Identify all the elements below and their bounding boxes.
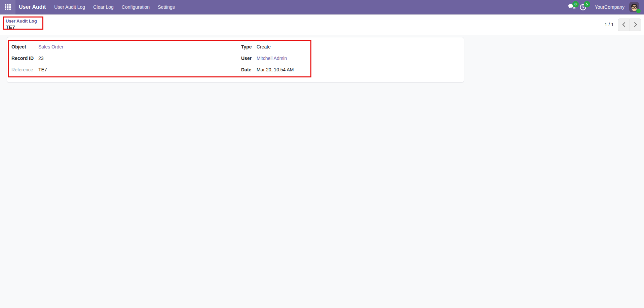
field-user: User Mitchell Admin xyxy=(241,53,464,64)
breadcrumb-parent-link[interactable]: User Audit Log xyxy=(6,19,37,24)
form-grid: Object Sales Order Record ID 23 Referenc… xyxy=(7,41,464,75)
chevron-left-icon xyxy=(622,22,626,27)
main-menu: User Audit Log Clear Log Configuration S… xyxy=(50,0,179,14)
field-label-type: Type xyxy=(241,44,257,49)
menu-item-label: Clear Log xyxy=(93,4,114,10)
field-label-user: User xyxy=(241,56,257,61)
messages-button[interactable]: 8 xyxy=(566,0,577,14)
menu-item-settings[interactable]: Settings xyxy=(154,0,179,14)
menu-item-label: User Audit Log xyxy=(54,4,85,10)
form-column-left: Object Sales Order Record ID 23 Referenc… xyxy=(7,41,235,75)
activities-button[interactable]: 5 xyxy=(577,0,589,14)
field-object: Object Sales Order xyxy=(11,41,235,53)
field-label-reference: Reference xyxy=(11,67,38,72)
field-date: Date Mar 20, 10:54 AM xyxy=(241,64,464,75)
menu-item-label: Settings xyxy=(158,4,175,10)
app-window: User Audit User Audit Log Clear Log Conf… xyxy=(0,0,644,308)
apps-menu-button[interactable] xyxy=(0,0,15,14)
control-panel: User Audit Log TE7 1 / 1 xyxy=(0,14,644,35)
company-switcher[interactable]: YourCompany xyxy=(595,4,624,10)
form-column-right: Type Create User Mitchell Admin Date Mar… xyxy=(235,41,464,75)
field-record-id: Record ID 23 xyxy=(11,53,235,64)
menu-item-configuration[interactable]: Configuration xyxy=(118,0,154,14)
field-value-object-link[interactable]: Sales Order xyxy=(38,44,64,49)
field-label-date: Date xyxy=(241,67,257,72)
top-navbar: User Audit User Audit Log Clear Log Conf… xyxy=(0,0,644,14)
field-value-date: Mar 20, 10:54 AM xyxy=(257,67,294,72)
field-label-object: Object xyxy=(11,44,38,49)
field-value-type: Create xyxy=(257,44,271,49)
activities-badge: 5 xyxy=(584,1,590,7)
menu-item-clear-log[interactable]: Clear Log xyxy=(89,0,118,14)
menu-item-label: Configuration xyxy=(122,4,150,10)
pager-buttons xyxy=(618,19,641,31)
field-label-record-id: Record ID xyxy=(11,56,38,61)
pager: 1 / 1 xyxy=(605,19,641,31)
menu-item-user-audit-log[interactable]: User Audit Log xyxy=(50,0,89,14)
online-status-dot xyxy=(636,9,641,13)
apps-grid-icon xyxy=(5,4,11,10)
app-brand-title[interactable]: User Audit xyxy=(19,4,46,10)
field-type: Type Create xyxy=(241,41,464,53)
user-avatar[interactable] xyxy=(629,2,639,12)
record-title: TE7 xyxy=(6,24,37,31)
field-value-user-link[interactable]: Mitchell Admin xyxy=(257,56,287,61)
pager-next-button[interactable] xyxy=(630,19,641,31)
field-value-reference: TE7 xyxy=(38,67,47,72)
breadcrumb: User Audit Log TE7 xyxy=(6,19,37,31)
field-value-record-id: 23 xyxy=(38,56,44,61)
pager-previous-button[interactable] xyxy=(618,19,630,31)
pager-counter[interactable]: 1 / 1 xyxy=(605,22,614,27)
systray: 8 5 YourCompany xyxy=(566,0,644,14)
chevron-right-icon xyxy=(634,22,637,27)
field-reference: Reference TE7 xyxy=(11,64,235,75)
audit-log-form-card: Object Sales Order Record ID 23 Referenc… xyxy=(7,37,464,82)
main-content: Object Sales Order Record ID 23 Referenc… xyxy=(0,35,644,308)
